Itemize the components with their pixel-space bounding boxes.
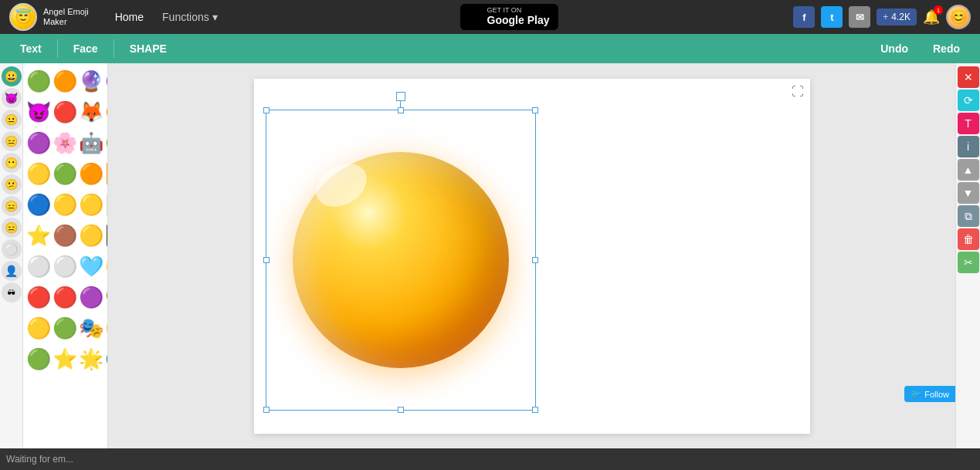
handle-bottom-center[interactable] xyxy=(398,407,404,413)
shape-gray2[interactable]: ⚪ xyxy=(53,252,77,281)
shape-face2[interactable]: 🎭 xyxy=(79,313,103,343)
twitter-button[interactable]: t xyxy=(821,6,843,28)
shape-red1[interactable]: 🔴 xyxy=(26,282,51,312)
shape-yellow3[interactable]: 🟡 xyxy=(79,190,103,219)
text-tool-button[interactable]: T xyxy=(958,113,979,134)
logo-area[interactable]: 😇 Angel Emoji Maker xyxy=(9,3,89,31)
top-navigation: 😇 Angel Emoji Maker Home Functions ▾ ▶ G… xyxy=(0,0,980,34)
shape-fox[interactable]: 🦊 xyxy=(79,97,103,127)
handle-bottom-left[interactable] xyxy=(263,407,270,413)
shape-magenta[interactable]: 🔴 xyxy=(53,97,77,127)
move-up-button[interactable]: ▲ xyxy=(958,159,979,181)
face-item-4[interactable]: 😑 xyxy=(2,131,22,151)
close-button[interactable]: ✕ xyxy=(958,66,979,88)
face-item-9[interactable]: ⚪ xyxy=(2,239,22,259)
refresh-button[interactable]: ⟳ xyxy=(958,90,979,111)
canvas-emoji[interactable] xyxy=(277,121,524,399)
toolbar-undo-button[interactable]: Undo xyxy=(868,39,921,58)
shape-star-pink2[interactable]: 🌟 xyxy=(79,344,103,374)
user-avatar[interactable]: 😊 xyxy=(946,5,971,29)
dropdown-arrow-icon: ▾ xyxy=(212,11,218,23)
nav-home[interactable]: Home xyxy=(107,8,151,26)
shape-green2[interactable]: 🟢 xyxy=(53,159,77,188)
follow-button[interactable]: 🐦 Follow xyxy=(904,386,955,402)
orange-ball-emoji xyxy=(293,152,509,368)
shape-yellow4[interactable]: 🟡 xyxy=(105,252,107,281)
toolbar-separator-2 xyxy=(114,39,114,58)
toolbar-shape-button[interactable]: SHAPE xyxy=(117,39,179,58)
shape-pink-circle[interactable]: 🔮 xyxy=(79,66,103,96)
toolbar-redo-button[interactable]: Redo xyxy=(921,39,972,58)
shape-star-yellow[interactable]: ⭐ xyxy=(26,221,51,250)
shape-lavender[interactable]: 🟣 xyxy=(26,128,51,157)
face-item-11[interactable]: 🕶 xyxy=(2,282,22,303)
like-count: 4.2K xyxy=(891,12,910,22)
shape-devil[interactable]: 😈 xyxy=(26,97,51,127)
shape-maroon[interactable]: 🟣 xyxy=(79,282,103,312)
link-button[interactable]: ✂ xyxy=(958,252,979,273)
face-item-5[interactable]: 😶 xyxy=(2,153,22,173)
face-item-8[interactable]: 😑 xyxy=(2,218,22,238)
shape-purple-circle[interactable]: 🟣 xyxy=(105,66,107,96)
nav-right: f t ✉ + 4.2K 🔔 1 😊 xyxy=(793,5,971,29)
shape-black[interactable]: ⬛ xyxy=(105,221,107,250)
shape-square-yellow[interactable]: 🟧 xyxy=(105,159,107,188)
shape-sq-white[interactable]: ⬜ xyxy=(105,190,107,219)
handle-mid-left[interactable] xyxy=(263,257,270,263)
handle-mid-right[interactable] xyxy=(532,257,538,263)
mail-button[interactable]: ✉ xyxy=(849,6,870,28)
move-down-button[interactable]: ▼ xyxy=(958,182,979,204)
copy-button[interactable]: ⧉ xyxy=(958,205,979,227)
shape-robot[interactable]: 🤖 xyxy=(79,128,103,157)
shape-orange2[interactable]: 🟠 xyxy=(105,97,107,127)
shape-row-2: 😈 🔴 🦊 🟠 🟠 ⭐ xyxy=(26,97,104,127)
shape-orange4[interactable]: 🟠 xyxy=(79,159,103,188)
shape-teal[interactable]: 🩵 xyxy=(79,252,103,281)
shape-flower[interactable]: 🌸 xyxy=(53,128,77,157)
info-button[interactable]: i xyxy=(958,136,979,157)
shape-amber[interactable]: 🟡 xyxy=(79,221,103,250)
shape-orange-circle[interactable]: 🟠 xyxy=(53,66,77,96)
facebook-button[interactable]: f xyxy=(793,6,815,28)
shape-blue4[interactable]: 🔵 xyxy=(105,344,107,374)
notification-badge: 1 xyxy=(934,5,943,15)
face-item-7[interactable]: 😑 xyxy=(2,196,22,216)
shape-gray1[interactable]: ⚪ xyxy=(26,252,51,281)
shape-green-circle[interactable]: 🟢 xyxy=(26,66,51,96)
face-item-6[interactable]: 😕 xyxy=(2,174,22,194)
shape-tie-dye[interactable]: 🎨 xyxy=(105,282,107,312)
shape-red2[interactable]: 🔴 xyxy=(53,282,77,312)
nav-functions[interactable]: Functions ▾ xyxy=(154,8,226,26)
face-item-10[interactable]: 👤 xyxy=(2,261,22,281)
notification-bell[interactable]: 🔔 1 xyxy=(923,8,940,25)
like-button[interactable]: + 4.2K xyxy=(877,8,917,25)
face-item-1[interactable]: 😀 xyxy=(2,66,22,86)
expand-icon[interactable]: ⛶ xyxy=(792,85,804,99)
delete-button[interactable]: 🗑 xyxy=(958,228,979,250)
handle-top-left[interactable] xyxy=(263,107,270,113)
shape-star2[interactable]: ⭐ xyxy=(53,344,77,374)
logo-icon: 😇 xyxy=(9,3,37,31)
rotate-handle[interactable] xyxy=(396,92,405,101)
twitter-follow-icon: 🐦 xyxy=(910,389,921,399)
face-item-2[interactable]: 😈 xyxy=(2,88,22,108)
shape-row-6: ⭐ 🟤 🟡 ⬛ 🟠 xyxy=(26,221,104,250)
shape-yellow-face[interactable]: 🟡 xyxy=(26,313,51,343)
shape-green3[interactable]: 🟢 xyxy=(53,313,77,343)
face-item-3[interactable]: 😐 xyxy=(2,110,22,130)
shape-lime[interactable]: 🟢 xyxy=(105,128,107,157)
handle-top-center[interactable] xyxy=(398,107,404,113)
toolbar-face-button[interactable]: Face xyxy=(61,39,110,58)
google-play-button[interactable]: ▶ GET IT ON Google Play xyxy=(460,4,559,29)
handle-bottom-right[interactable] xyxy=(532,407,538,413)
shape-yellow2[interactable]: 🟡 xyxy=(53,190,77,219)
shape-lime2[interactable]: 🟢 xyxy=(26,344,51,374)
toolbar-text-button[interactable]: Text xyxy=(8,39,54,58)
shape-yellow[interactable]: 🟡 xyxy=(26,159,51,188)
handle-top-right[interactable] xyxy=(532,107,538,113)
shape-row-1: 🟢 🟠 🔮 🟣 🔵 🟡 xyxy=(26,66,104,96)
shape-yellow6[interactable]: 🟡 xyxy=(105,313,107,343)
shape-bronze[interactable]: 🟤 xyxy=(53,221,77,250)
right-sidebar: ✕ ⟳ T i ▲ ▼ ⧉ 🗑 ✂ xyxy=(955,63,980,448)
shape-blue2[interactable]: 🔵 xyxy=(26,190,51,219)
